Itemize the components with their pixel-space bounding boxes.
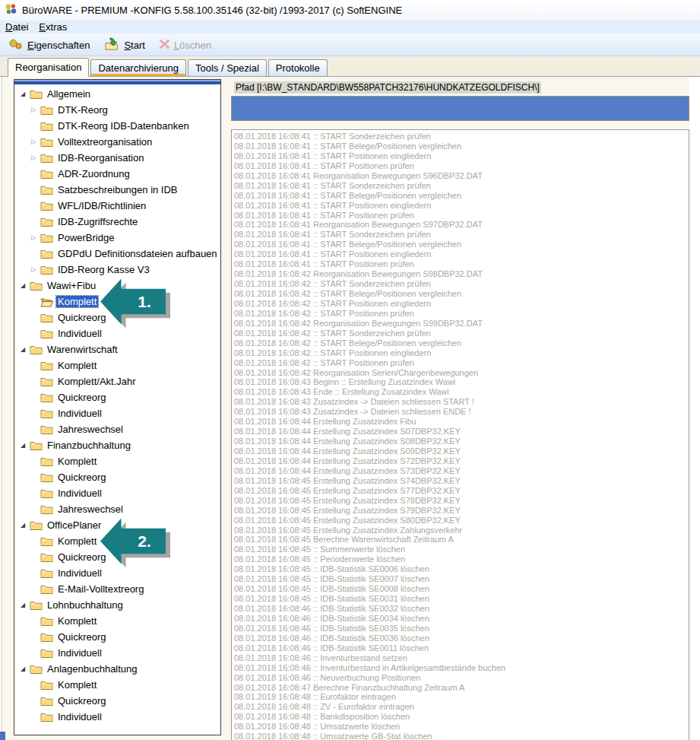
tree-node-quickreorg[interactable]: Quickreorg — [14, 310, 220, 326]
tree-node-quickreorg[interactable]: Quickreorg — [14, 693, 220, 709]
tree-node-label: DTK-Reorg — [56, 104, 109, 116]
menu-item-datei[interactable]: Datei — [0, 21, 33, 33]
tree-node-individuell[interactable]: Individuell — [14, 326, 220, 341]
folder-icon — [40, 456, 53, 467]
tree-node-quickreorg[interactable]: Quickreorg — [14, 389, 220, 405]
tree-node-komplett[interactable]: Komplett — [14, 677, 220, 693]
tab-protokolle[interactable]: Protokolle — [268, 59, 328, 76]
open-folder-icon — [40, 297, 53, 307]
title-bar: BüroWARE - PREMIUM -KONFIG 5.58.100.3514… — [0, 0, 700, 21]
tree-node-idb-zugriffsrechte[interactable]: IDB-Zugriffsrechte — [14, 214, 220, 230]
tree-node-komplett-akt-jahr[interactable]: Komplett/Akt.Jahr — [14, 373, 220, 389]
folder-icon — [40, 488, 53, 499]
tree-node-label: Individuell — [56, 711, 103, 723]
tree-node-quickreorg[interactable]: Quickreorg — [14, 549, 220, 565]
tree-node-volltextreorganisation[interactable]: ▷Volltextreorganisation — [14, 134, 220, 150]
log-line: 08.01.2018 16:08:42 :: START Positionen … — [234, 299, 689, 309]
folder-icon — [40, 329, 53, 339]
tree-node-label: WFL/IDB/Richtlinien — [56, 200, 147, 211]
tree-node-komplett[interactable]: Komplett — [14, 453, 220, 469]
tree-node-individuell[interactable]: Individuell — [14, 485, 220, 501]
expanded-triangle-icon[interactable]: ◢ — [21, 91, 30, 97]
tree-node-warenwirtschaft[interactable]: ◢Warenwirtschaft — [14, 341, 220, 357]
tree-node-individuell[interactable]: Individuell — [14, 405, 220, 421]
log-line: 08.01.2018 16:08:42 :: START Positionen … — [234, 348, 689, 358]
app-window: BüroWARE - PREMIUM -KONFIG 5.58.100.3514… — [0, 0, 700, 740]
tree-node-wfl-idb-richtlinien[interactable]: WFL/IDB/Richtlinien — [14, 198, 220, 214]
tree-node-anlagenbuchhaltung[interactable]: ◢Anlagenbuchhaltung — [14, 661, 220, 677]
start-button[interactable]: Start — [100, 36, 148, 54]
log-line: 08.01.2018 16:08:45 :: IDB-Statistik SE0… — [234, 594, 689, 604]
tree-node-quickreorg[interactable]: Quickreorg — [14, 469, 220, 485]
tab-reorganisation[interactable]: Reorganisation — [8, 58, 89, 77]
expanded-triangle-icon[interactable]: ◢ — [21, 282, 30, 289]
log-line: 08.01.2018 16:08:43 Beginn :: Erstellung… — [234, 377, 689, 387]
collapsed-triangle-icon[interactable]: ▷ — [31, 266, 40, 273]
expanded-triangle-icon[interactable]: ◢ — [21, 665, 30, 672]
tree-node-jahreswechsel[interactable]: Jahreswechsel — [14, 501, 220, 517]
log-panel[interactable]: 08.01.2018 16:08:41 :: START Sonderzeich… — [231, 129, 689, 740]
expanded-triangle-icon[interactable]: ◢ — [21, 442, 30, 449]
tree-node-label: Komplett/Akt.Jahr — [56, 376, 138, 387]
folder-icon — [40, 616, 53, 627]
expanded-triangle-icon[interactable]: ◢ — [21, 346, 30, 353]
log-line: 08.01.2018 16:08:42 :: START Sonderzeich… — [234, 279, 689, 289]
folder-icon — [40, 105, 53, 116]
tree-node-jahreswechsel[interactable]: Jahreswechsel — [14, 421, 220, 437]
expanded-triangle-icon[interactable]: ◢ — [21, 522, 30, 529]
tree-node-komplett[interactable]: Komplett2. — [14, 533, 220, 549]
path-row: Pfad [I:\BW_STANDARD\BW558PATCH32176\HUN… — [234, 82, 541, 94]
log-line: 08.01.2018 16:08:43 Zusatzindex -> Datei… — [234, 397, 689, 407]
tree-node-komplett[interactable]: Komplett — [14, 357, 220, 373]
menu-item-extras[interactable]: Extras — [33, 21, 72, 33]
tree-node-e-mail-volltextreorg[interactable]: E-Mail-Volltextreorg — [14, 581, 220, 597]
tree-node-individuell[interactable]: Individuell — [14, 565, 220, 581]
collapsed-triangle-icon[interactable]: ▷ — [31, 234, 40, 241]
tree-node-label: Anlagenbuchhaltung — [46, 663, 139, 675]
tab-datenarchivierung[interactable]: Datenarchivierung — [90, 59, 186, 76]
log-line: 08.01.2018 16:08:41 :: START Belege/Posi… — [234, 141, 689, 151]
tree-node-adr-zuordnung[interactable]: ADR-Zuordnung — [14, 166, 220, 182]
eigenschaften-button[interactable]: Eigenschaften — [4, 36, 93, 54]
tree-node-finanzbuchhaltung[interactable]: ◢Finanzbuchhaltung — [14, 437, 220, 453]
collapsed-triangle-icon[interactable]: ▷ — [31, 106, 40, 113]
log-line: 08.01.2018 16:08:48 :: Umsatzwerte GB-St… — [234, 732, 689, 740]
collapsed-triangle-icon[interactable]: ▷ — [31, 138, 40, 145]
tree-node-individuell[interactable]: Individuell — [14, 709, 220, 725]
tree-node-label: IDB-Zugriffsrechte — [56, 216, 139, 227]
tree-node-komplett[interactable]: Komplett1. — [14, 294, 220, 310]
folder-icon — [40, 185, 53, 195]
tree-node-label: Komplett — [56, 535, 98, 547]
tree-node-komplett[interactable]: Komplett — [14, 613, 220, 629]
tree-node-idb-reorg-kasse-v3[interactable]: ▷IDB-Reorg Kasse V3 — [14, 262, 220, 278]
tree-node-idb-reorganisation[interactable]: ▷IDB-Reorganisation — [14, 150, 220, 166]
log-line: 08.01.2018 16:08:45 :: IDB-Statistik SE0… — [234, 564, 689, 574]
log-line: 08.01.2018 16:08:42 Reorganisation Beweg… — [234, 319, 689, 329]
collapsed-triangle-icon[interactable]: ▷ — [31, 154, 40, 161]
log-line: 08.01.2018 16:08:41 :: START Sonderzeich… — [234, 132, 689, 141]
log-line: 08.01.2018 16:08:42 Reorganisation Serie… — [234, 368, 689, 378]
tree-node-officeplaner[interactable]: ◢OfficePlaner — [14, 517, 220, 533]
tree-node-satzbeschreibungen-in-idb[interactable]: Satzbeschreibungen in IDB — [14, 182, 220, 198]
tree-node-wawi-fibu[interactable]: ◢Wawi+Fibu — [14, 278, 220, 294]
folder-icon — [40, 424, 53, 435]
tree-node-dtk-reorg-idb-datenbanken[interactable]: DTK-Reorg IDB-Datenbanken — [14, 118, 220, 134]
folder-icon — [40, 552, 53, 563]
tree-node-label: Quickreorg — [56, 312, 108, 323]
log-line: 08.01.2018 16:08:44 Erstellung Zusatzind… — [234, 437, 689, 446]
tree-node-lohnbuchhaltung[interactable]: ◢Lohnbuchhaltung — [14, 597, 220, 613]
tree-node-quickreorg[interactable]: Quickreorg — [14, 629, 220, 645]
right-gutter — [689, 77, 700, 740]
tree-node-allgemein[interactable]: ◢Allgemein — [14, 86, 220, 102]
tree-node-dtk-reorg[interactable]: ▷DTK-Reorg — [14, 102, 220, 118]
tab-tools-spezial[interactable]: Tools / Spezial — [188, 59, 267, 76]
tree-node-gdpdu-definitionsdateien-aufbauen[interactable]: GDPdU Definitionsdateien aufbauen — [14, 246, 220, 262]
tree-node-label: Jahreswechsel — [56, 424, 125, 435]
expanded-triangle-icon[interactable]: ◢ — [21, 602, 30, 608]
tree-node-individuell[interactable]: Individuell — [14, 645, 220, 661]
tree-node-label: Quickreorg — [56, 551, 108, 563]
tree-node-powerbridge[interactable]: ▷PowerBridge — [14, 230, 220, 246]
log-line: 08.01.2018 16:08:41 :: START Positionen … — [234, 249, 689, 259]
log-line: 08.01.2018 16:08:41 Reorganisation Beweg… — [234, 171, 689, 181]
log-line: 08.01.2018 16:08:41 :: START Positionen … — [234, 151, 689, 161]
